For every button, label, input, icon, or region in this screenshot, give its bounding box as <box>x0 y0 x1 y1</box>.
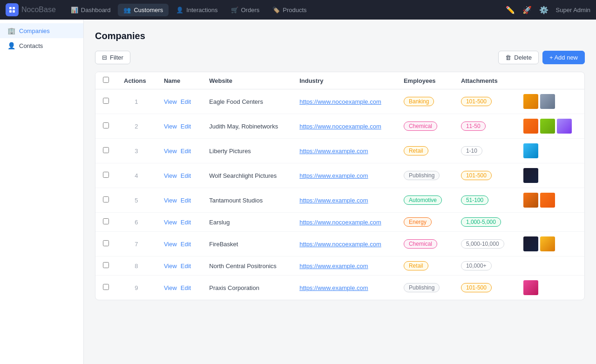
attachment-thumbnail[interactable] <box>540 119 555 134</box>
attachments-container <box>523 94 577 109</box>
website-link[interactable]: https://www.nocoexample.com <box>299 123 381 130</box>
contacts-sidebar-icon: 👤 <box>7 42 15 49</box>
row-actions: View Edit <box>156 256 202 276</box>
table-row: 8 View Edit North Central Positronicshtt… <box>95 256 584 276</box>
add-new-button[interactable]: + Add new <box>542 51 585 64</box>
edit-link[interactable]: Edit <box>181 98 191 105</box>
website-link[interactable]: https://www.example.com <box>299 284 368 291</box>
edit-link[interactable]: Edit <box>181 219 191 226</box>
edit-link[interactable]: Edit <box>181 148 191 155</box>
layout: 🏢 Companies 👤 Contacts Companies ⊟ Filte… <box>0 20 596 364</box>
row-checkbox[interactable] <box>103 147 109 153</box>
view-link[interactable]: View <box>164 98 177 105</box>
sidebar-item-contacts[interactable]: 👤 Contacts <box>0 38 83 53</box>
view-link[interactable]: View <box>164 148 177 155</box>
row-number: 1 <box>116 89 156 114</box>
edit-link[interactable]: Edit <box>181 123 191 130</box>
row-company-name: Liberty Pictures <box>202 139 292 163</box>
row-checkbox[interactable] <box>103 98 109 104</box>
filter-icon: ⊟ <box>102 54 107 61</box>
edit-link[interactable]: Edit <box>181 263 191 270</box>
row-checkbox[interactable] <box>103 196 109 202</box>
pencil-icon[interactable]: ✏️ <box>506 6 515 14</box>
attachment-thumbnail[interactable] <box>523 236 538 251</box>
select-all-checkbox[interactable] <box>103 77 109 83</box>
table-row: 2 View Edit Judith May, Robinetworkshttp… <box>95 114 584 139</box>
row-actions: View Edit <box>156 188 202 213</box>
row-website[interactable]: https://www.example.com <box>292 276 396 300</box>
employees-badge: 10,000+ <box>461 261 492 270</box>
website-link[interactable]: https://www.example.com <box>299 148 368 155</box>
customers-icon: 👥 <box>123 7 131 13</box>
edit-link[interactable]: Edit <box>181 241 191 248</box>
table-body: 1 View Edit Eagle Food Centershttps://ww… <box>95 89 584 300</box>
row-website[interactable]: https://www.nocoexample.com <box>292 232 396 256</box>
topnav: NocoBase 📊 Dashboard 👥 Customers 👤 Inter… <box>0 0 596 20</box>
website-link[interactable]: https://www.example.com <box>299 263 368 270</box>
nav-item-dashboard[interactable]: 📊 Dashboard <box>65 4 116 16</box>
companies-sidebar-icon: 🏢 <box>7 27 15 34</box>
view-link[interactable]: View <box>164 263 177 270</box>
attachment-thumbnail[interactable] <box>523 94 538 109</box>
view-link[interactable]: View <box>164 172 177 179</box>
row-company-name: Judith May, Robinetworks <box>202 114 292 139</box>
attachment-thumbnail[interactable] <box>523 119 538 134</box>
row-website[interactable]: https://www.example.com <box>292 188 396 213</box>
attachment-thumbnail[interactable] <box>540 94 555 109</box>
filter-button[interactable]: ⊟ Filter <box>95 51 130 64</box>
website-link[interactable]: https://www.example.com <box>299 172 368 179</box>
row-actions: View Edit <box>156 213 202 232</box>
attachment-thumbnail[interactable] <box>523 168 538 183</box>
logo-icon <box>6 3 19 16</box>
svg-rect-3 <box>13 10 15 13</box>
website-link[interactable]: https://www.nocoexample.com <box>299 98 381 105</box>
row-website[interactable]: https://www.example.com <box>292 256 396 276</box>
edit-link[interactable]: Edit <box>181 197 191 204</box>
employees-badge: 51-100 <box>461 195 488 205</box>
attachment-thumbnail[interactable] <box>523 193 538 208</box>
row-industry: Automotive <box>396 188 454 213</box>
row-website[interactable]: https://www.nocoexample.com <box>292 213 396 232</box>
table-row: 4 View Edit Wolf Searchlight Pictureshtt… <box>95 163 584 188</box>
row-website[interactable]: https://www.nocoexample.com <box>292 114 396 139</box>
row-checkbox[interactable] <box>103 262 109 268</box>
row-actions: View Edit <box>156 139 202 163</box>
attachment-thumbnail[interactable] <box>557 119 572 134</box>
view-link[interactable]: View <box>164 123 177 130</box>
website-link[interactable]: https://www.example.com <box>299 197 368 204</box>
view-link[interactable]: View <box>164 241 177 248</box>
nav-item-interactions[interactable]: 👤 Interactions <box>170 4 223 16</box>
attachment-thumbnail[interactable] <box>540 236 555 251</box>
nav-item-products[interactable]: 🏷️ Products <box>267 4 312 16</box>
view-link[interactable]: View <box>164 197 177 204</box>
settings-icon[interactable]: ⚙️ <box>539 6 549 14</box>
row-company-name: Tantamount Studios <box>202 188 292 213</box>
view-link[interactable]: View <box>164 219 177 226</box>
website-link[interactable]: https://www.nocoexample.com <box>299 219 381 226</box>
view-link[interactable]: View <box>164 284 177 291</box>
row-checkbox[interactable] <box>103 284 109 290</box>
edit-link[interactable]: Edit <box>181 172 191 179</box>
row-website[interactable]: https://www.example.com <box>292 139 396 163</box>
website-link[interactable]: https://www.nocoexample.com <box>299 241 381 248</box>
svg-rect-0 <box>9 7 12 9</box>
row-website[interactable]: https://www.example.com <box>292 163 396 188</box>
edit-link[interactable]: Edit <box>181 284 191 291</box>
nav-item-customers[interactable]: 👥 Customers <box>118 4 169 16</box>
row-checkbox[interactable] <box>103 172 109 178</box>
nav-item-orders[interactable]: 🛒 Orders <box>225 4 265 16</box>
delete-button[interactable]: 🗑 Delete <box>498 51 539 64</box>
row-actions: View Edit <box>156 89 202 114</box>
row-checkbox[interactable] <box>103 240 109 246</box>
attachment-thumbnail[interactable] <box>540 193 555 208</box>
row-industry: Publishing <box>396 163 454 188</box>
sidebar-item-companies[interactable]: 🏢 Companies <box>0 23 83 38</box>
row-website[interactable]: https://www.nocoexample.com <box>292 89 396 114</box>
attachment-thumbnail[interactable] <box>523 280 538 295</box>
table-scroll[interactable]: Actions Name Website Industry Employees … <box>95 72 584 300</box>
attachment-thumbnail[interactable] <box>523 143 538 158</box>
row-checkbox[interactable] <box>103 122 109 128</box>
row-number: 4 <box>116 163 156 188</box>
row-checkbox[interactable] <box>103 218 109 224</box>
rocket-icon[interactable]: 🚀 <box>522 6 532 14</box>
